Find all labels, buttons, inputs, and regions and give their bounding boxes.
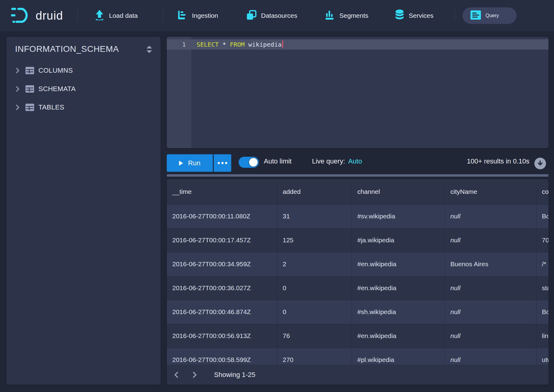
sidebar-item-label: SCHEMATA [38, 85, 76, 93]
cell-channel[interactable]: #sv.wikipedia [352, 204, 445, 228]
chevron-right-icon[interactable] [16, 104, 21, 110]
text-cursor [282, 40, 283, 48]
sidebar-item-schemata[interactable]: SCHEMATA [6, 80, 161, 98]
table-header-row: __timeaddedchannelcityNamecomment [167, 179, 548, 204]
cell-comment[interactable]: /* S [536, 252, 548, 276]
cell-comment[interactable]: Bot [536, 300, 548, 324]
cell-cityName[interactable]: Buenos Aires [445, 252, 536, 276]
cell-channel[interactable]: #en.wikipedia [352, 252, 445, 276]
previous-page-button[interactable] [171, 369, 181, 381]
sidebar-item-tables[interactable]: TABLES [6, 98, 161, 117]
auto-limit-label: Auto limit [264, 148, 291, 174]
live-query-value[interactable]: Auto [348, 157, 362, 165]
table-row: 2016-06-27T00:00:36.027Z0#en.wikipedianu… [167, 276, 548, 300]
column-header-__time[interactable]: __time [167, 179, 277, 204]
nav-item-load-data[interactable]: Load data [95, 0, 138, 31]
table-grid-icon [25, 85, 34, 93]
next-page-button[interactable] [189, 369, 200, 381]
load-data-icon [95, 10, 104, 21]
druid-logo-icon [11, 6, 32, 25]
sql-keyword: FROM [230, 41, 244, 48]
live-query-control: Live query: Auto [312, 148, 362, 174]
cell-comment[interactable]: Bot [536, 204, 548, 228]
cell-cityName[interactable]: null [445, 228, 536, 252]
cell-channel[interactable]: #sh.wikipedia [352, 300, 445, 324]
cell-added[interactable]: 31 [277, 204, 352, 228]
query-run-bar: Run Auto limit Live query: Auto 100+ res… [167, 148, 548, 174]
cell-__time[interactable]: 2016-06-27T00:00:46.874Z [167, 300, 277, 324]
sidebar-item-columns[interactable]: COLUMNS [6, 61, 161, 80]
run-button[interactable]: Run [167, 154, 213, 172]
table-row: 2016-06-27T00:00:34.959Z2#en.wikipediaBu… [167, 252, 548, 276]
cell-__time[interactable]: 2016-06-27T00:00:11.080Z [167, 204, 277, 228]
cell-__time[interactable]: 2016-06-27T00:00:56.913Z [167, 324, 277, 348]
cell-channel[interactable]: #ja.wikipedia [352, 228, 445, 252]
chevron-right-icon[interactable] [16, 67, 21, 74]
cell-cityName[interactable]: null [445, 276, 536, 300]
sql-editor[interactable]: 1 SELECT * FROM wikipedia [167, 37, 548, 148]
cell-added[interactable]: 125 [277, 228, 352, 252]
table-row: 2016-06-27T00:00:56.913Z76#en.wikipedian… [167, 324, 548, 348]
sql-table-name: wikipedia [248, 41, 282, 48]
schema-select-caret-icon[interactable] [146, 45, 153, 53]
druid-logo[interactable]: druid [11, 0, 63, 31]
editor-gutter [167, 37, 191, 148]
cell-added[interactable]: 76 [277, 324, 352, 348]
nav-item-datasources[interactable]: Datasources [246, 0, 297, 31]
cell-comment[interactable]: link [536, 324, 548, 348]
live-query-label: Live query: [312, 157, 345, 165]
play-icon [179, 161, 183, 166]
cell-added[interactable]: 2 [277, 252, 352, 276]
schema-explorer-panel: INFORMATION_SCHEMA COLUMNSSCHEMATATABLES [6, 37, 161, 385]
ingestion-icon [178, 10, 187, 21]
table-grid-icon [25, 104, 34, 111]
nav-divider [163, 9, 163, 22]
showing-range-label: Showing 1-25 [214, 371, 256, 379]
sidebar-item-label: TABLES [38, 103, 64, 111]
nav-item-label: Services [409, 12, 434, 19]
cell-added[interactable]: 0 [277, 276, 352, 300]
sql-keyword: SELECT [197, 41, 219, 48]
run-button-label: Run [188, 159, 200, 167]
sidebar-item-label: COLUMNS [38, 67, 73, 75]
cell-__time[interactable]: 2016-06-27T00:00:17.457Z [167, 228, 277, 252]
cell-__time[interactable]: 2016-06-27T00:00:36.027Z [167, 276, 277, 300]
results-table: __timeaddedchannelcityNamecomment 2016-0… [167, 179, 548, 372]
nav-item-ingestion[interactable]: Ingestion [178, 0, 218, 31]
column-header-channel[interactable]: channel [352, 179, 445, 204]
cell-comment[interactable]: stat [536, 276, 548, 300]
top-navigation: druid Load data Ingestion [0, 0, 554, 31]
download-results-button[interactable] [534, 158, 546, 169]
segments-icon [325, 10, 335, 21]
run-more-options-button[interactable] [214, 154, 231, 172]
nav-item-segments[interactable]: Segments [325, 0, 369, 31]
column-header-added[interactable]: added [277, 179, 352, 204]
nav-item-services[interactable]: Services [395, 0, 434, 31]
column-header-cityName[interactable]: cityName [445, 179, 536, 204]
editor-line-number: 1 [167, 39, 186, 50]
cell-channel[interactable]: #en.wikipedia [352, 324, 445, 348]
cell-cityName[interactable]: null [445, 324, 536, 348]
datasources-icon [246, 10, 256, 21]
cell-cityName[interactable]: null [445, 204, 536, 228]
query-icon [470, 10, 481, 21]
cell-__time[interactable]: 2016-06-27T00:00:34.959Z [167, 252, 277, 276]
nav-item-query-active[interactable]: Query [462, 7, 517, 24]
download-icon [537, 160, 544, 167]
column-header-comment[interactable]: comment [536, 179, 548, 204]
cell-comment[interactable]: 70.1 [536, 228, 548, 252]
panel-resize-handle[interactable] [167, 174, 548, 177]
table-grid-icon [25, 67, 34, 74]
toggle-knob [249, 158, 258, 167]
table-row: 2016-06-27T00:00:17.457Z125#ja.wikipedia… [167, 228, 548, 252]
cell-channel[interactable]: #en.wikipedia [352, 276, 445, 300]
auto-limit-toggle[interactable] [239, 157, 259, 168]
schema-selector: INFORMATION_SCHEMA [6, 37, 161, 61]
cell-cityName[interactable]: null [445, 300, 536, 324]
chevron-right-icon[interactable] [16, 86, 21, 92]
sql-star: * [222, 41, 226, 48]
nav-item-label: Query [486, 13, 499, 18]
nav-item-label: Ingestion [192, 12, 218, 19]
cell-added[interactable]: 0 [277, 300, 352, 324]
nav-item-label: Datasources [261, 12, 297, 19]
